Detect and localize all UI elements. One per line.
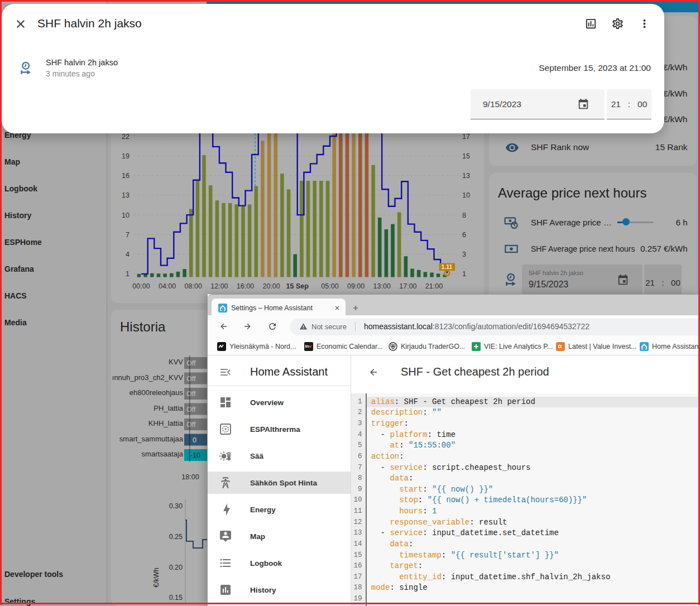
svg-text:0.15: 0.15	[169, 594, 183, 602]
svg-text:7: 7	[126, 231, 130, 239]
svg-text:15 Sep: 15 Sep	[286, 282, 309, 290]
svg-text:0.25: 0.25	[169, 533, 183, 541]
svg-text:PH_lattia: PH_lattia	[154, 404, 184, 412]
svg-text:1.11: 1.11	[442, 263, 453, 270]
svg-text:21:00: 21:00	[425, 282, 443, 290]
svg-text:4: 4	[126, 251, 130, 258]
svg-text:0.30: 0.30	[169, 502, 183, 510]
svg-text:19: 19	[122, 152, 130, 160]
svg-text:eh800releohjaus: eh800releohjaus	[130, 388, 184, 397]
svg-text:Off: Off	[186, 406, 196, 413]
svg-text:17: 17	[462, 133, 470, 141]
svg-text:Off: Off	[186, 421, 196, 429]
svg-text:-10: -10	[190, 451, 200, 459]
svg-text:8: 8	[462, 211, 466, 219]
svg-text:KVV: KVV	[169, 358, 183, 366]
svg-text:smartsaataja: smartsaataja	[142, 450, 184, 458]
svg-text:13: 13	[122, 191, 130, 199]
svg-text:22: 22	[122, 133, 130, 141]
svg-text:10: 10	[462, 191, 470, 199]
svg-text:09:00: 09:00	[347, 282, 365, 290]
svg-text:10: 10	[122, 211, 130, 219]
svg-text:13:00: 13:00	[373, 282, 391, 290]
svg-text:20:00: 20:00	[262, 282, 280, 290]
svg-text:Off: Off	[186, 375, 196, 383]
svg-text:1: 1	[462, 270, 466, 278]
svg-text:17:00: 17:00	[399, 282, 416, 290]
svg-text:08:00: 08:00	[185, 282, 202, 290]
svg-text:12:00: 12:00	[210, 282, 228, 290]
svg-text:6: 6	[462, 231, 466, 239]
svg-text:1: 1	[126, 270, 130, 278]
svg-text:€/kWh: €/kWh	[152, 567, 160, 587]
svg-text:05:00: 05:00	[321, 282, 338, 290]
svg-text:13: 13	[462, 172, 470, 180]
svg-text:16: 16	[122, 172, 130, 180]
svg-text:KHH_lattia: KHH_lattia	[148, 419, 184, 427]
svg-text:15: 15	[462, 152, 470, 160]
svg-text:Off: Off	[186, 359, 196, 367]
svg-text:16:00: 16:00	[237, 282, 254, 290]
svg-text:ınnuh_pro3_ch2_KVV: ınnuh_pro3_ch2_KVV	[112, 373, 184, 382]
svg-text:00:00: 00:00	[132, 282, 150, 290]
svg-text:3: 3	[462, 251, 466, 258]
svg-text:smart_sammuttajaa: smart_sammuttajaa	[119, 435, 184, 443]
svg-text:0: 0	[193, 436, 196, 444]
svg-text:Off: Off	[186, 390, 196, 398]
svg-text:18:00: 18:00	[181, 473, 199, 481]
svg-text:0.20: 0.20	[169, 564, 183, 571]
svg-text:04:00: 04:00	[159, 282, 176, 290]
